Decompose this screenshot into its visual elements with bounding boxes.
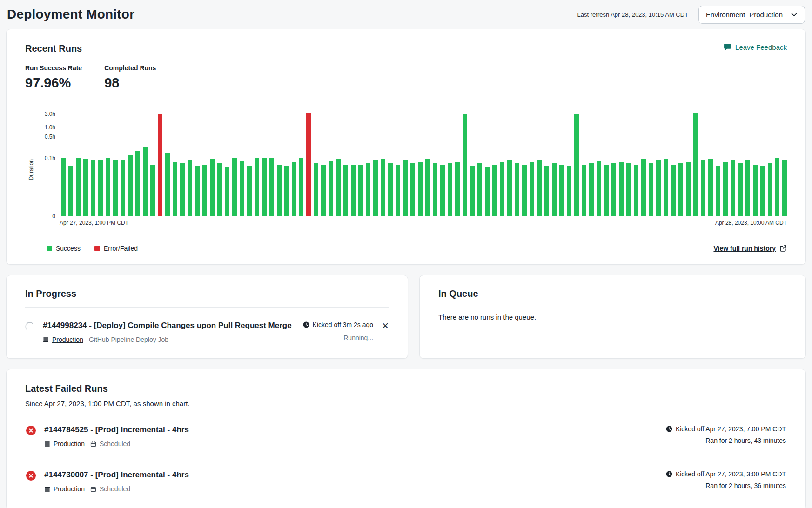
run-bar-success[interactable] [128,155,133,216]
run-bar-success[interactable] [143,147,148,216]
run-bar-success[interactable] [455,162,460,216]
run-bar-success[interactable] [195,166,200,216]
run-bar-success[interactable] [463,114,467,216]
run-bar-success[interactable] [664,159,668,216]
run-bar-success[interactable] [738,163,743,216]
run-bar-success[interactable] [693,113,698,216]
run-bar-success[interactable] [299,158,304,216]
run-bar-success[interactable] [611,163,616,216]
run-bar-success[interactable] [745,160,750,216]
run-bar-success[interactable] [589,163,594,216]
run-bar-success[interactable] [165,153,170,216]
run-bar-success[interactable] [135,151,140,216]
run-bar-success[interactable] [232,158,237,216]
run-bar-success[interactable] [202,165,207,216]
run-bar-success[interactable] [106,158,110,216]
run-bar-success[interactable] [500,162,504,216]
run-bar-success[interactable] [678,163,683,216]
run-bar-success[interactable] [343,165,348,216]
run-bar-success[interactable] [760,166,765,216]
run-bar-success[interactable] [247,166,252,216]
run-bar-success[interactable] [284,166,289,216]
run-bar-success[interactable] [351,165,356,216]
run-bar-success[interactable] [649,163,653,216]
run-bar-success[interactable] [410,163,415,216]
run-bar-success[interactable] [619,162,624,216]
run-bar-success[interactable] [188,160,192,216]
run-bar-success[interactable] [373,160,378,216]
run-bar-success[interactable] [753,165,758,216]
run-bar-success[interactable] [582,165,586,216]
run-bar-success[interactable] [225,167,229,216]
run-bar-success[interactable] [477,163,482,216]
run-bar-success[interactable] [686,162,691,216]
run-bar-success[interactable] [321,165,326,216]
run-bar-success[interactable] [485,167,490,216]
run-bar-success[interactable] [150,165,155,216]
run-bar-success[interactable] [537,160,542,216]
run-bar-success[interactable] [708,159,713,216]
run-bar-success[interactable] [425,159,430,216]
run-bar-success[interactable] [671,165,676,216]
run-bar-success[interactable] [121,160,125,216]
run-bar-success[interactable] [768,163,772,216]
run-bar-success[interactable] [530,162,534,216]
run-bar-success[interactable] [641,159,646,216]
run-bar-success[interactable] [255,158,259,216]
run-bar-success[interactable] [173,162,177,216]
run-bar-success[interactable] [292,162,296,216]
run-bar-success[interactable] [403,160,408,216]
run-bar-success[interactable] [83,159,88,216]
run-bar-success[interactable] [210,159,215,216]
run-bar-success[interactable] [574,114,579,216]
run-bar-success[interactable] [240,161,244,216]
run-bar-success[interactable] [217,163,222,216]
environment-link[interactable]: Production [44,440,85,448]
run-bar-success[interactable] [396,165,400,216]
run-bar-success[interactable] [91,160,95,216]
environment-select[interactable]: Environment Production [698,6,805,24]
close-icon[interactable]: ✕ [382,321,389,330]
run-bar-success[interactable] [336,159,341,216]
run-bar-success[interactable] [634,165,638,216]
run-bar-success[interactable] [277,165,282,216]
run-bar-success[interactable] [559,165,564,216]
environment-link[interactable]: Production [43,336,83,343]
run-bar-success[interactable] [366,163,370,216]
run-bar-success[interactable] [68,166,73,216]
run-bar-success[interactable] [448,163,452,216]
run-bar-success[interactable] [381,159,385,216]
run-bar-success[interactable] [507,160,512,216]
run-bar-success[interactable] [113,160,118,216]
run-bar-success[interactable] [544,166,549,216]
run-bar-success[interactable] [522,165,527,216]
leave-feedback-link[interactable]: Leave Feedback [724,43,787,51]
run-bar-success[interactable] [76,158,81,216]
run-bar-success[interactable] [418,162,423,216]
run-bar-success[interactable] [329,161,333,216]
run-bar-success[interactable] [492,165,497,216]
run-bar-success[interactable] [314,163,318,216]
run-bar-success[interactable] [604,165,609,216]
run-bar-success[interactable] [358,165,363,216]
run-bar-success[interactable] [180,163,185,216]
run-bar-success[interactable] [262,158,267,216]
run-bar-success[interactable] [388,163,393,216]
run-bar-success[interactable] [723,162,728,216]
run-bar-success[interactable] [567,166,571,216]
run-bar-success[interactable] [656,160,661,216]
run-bar-success[interactable] [433,163,437,216]
run-bar-success[interactable] [470,166,475,216]
run-bar-failed[interactable] [306,113,311,216]
run-bar-success[interactable] [98,160,103,216]
run-bar-success[interactable] [61,158,66,216]
run-bar-success[interactable] [440,165,445,216]
run-bar-success[interactable] [269,158,274,216]
environment-link[interactable]: Production [44,485,85,493]
run-bar-success[interactable] [782,160,787,216]
run-bar-failed[interactable] [158,114,162,216]
run-bar-success[interactable] [716,166,720,216]
run-bar-success[interactable] [731,160,735,216]
run-bar-success[interactable] [775,158,780,216]
run-bar-success[interactable] [626,163,631,216]
